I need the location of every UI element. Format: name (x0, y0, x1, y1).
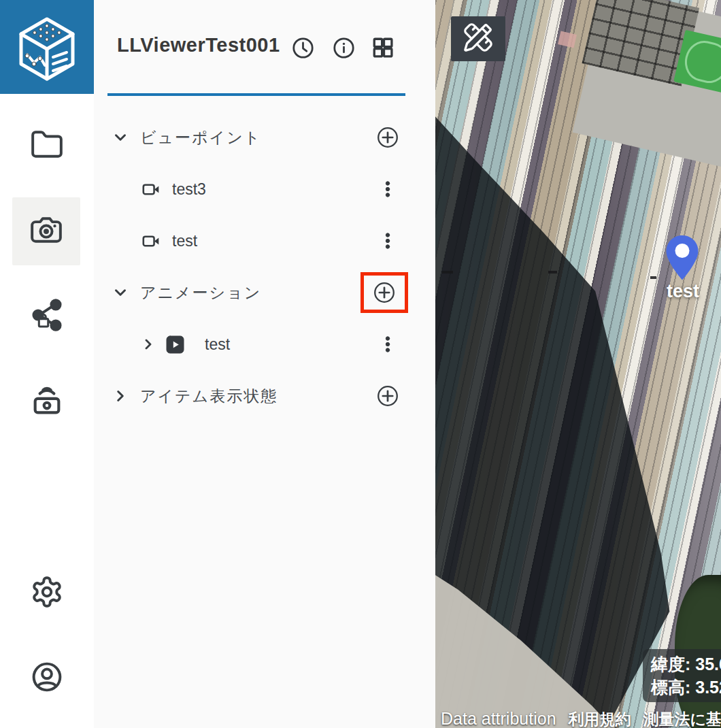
nav-item-settings[interactable] (0, 559, 94, 627)
clock-icon[interactable] (290, 35, 315, 60)
project-title: LLViewerTest001 (117, 34, 280, 56)
map-viewport[interactable]: test 緯度: 35.6 標高: 3.52 Data attribution … (435, 0, 721, 728)
live-camera-icon (29, 382, 65, 420)
scene-tree: ビューポイント test3 (94, 112, 435, 422)
map-pin-label: test (654, 281, 711, 302)
section-label: ビューポイント (140, 127, 261, 148)
pencil-ruler-icon (463, 22, 494, 56)
app-window: LLViewerTest001 (0, 0, 721, 728)
nav-item-share[interactable] (0, 282, 94, 350)
chevron-down-icon[interactable] (112, 284, 129, 301)
chevron-right-icon[interactable] (112, 387, 129, 405)
add-viewpoint-button[interactable] (374, 124, 401, 151)
section-label: アニメーション (140, 282, 261, 303)
info-icon[interactable] (331, 35, 356, 60)
nav-item-viewpoints[interactable] (12, 197, 80, 265)
tree-section-viewpoints[interactable]: ビューポイント (94, 112, 435, 163)
map-line-mark (548, 271, 557, 274)
play-icon (166, 335, 184, 354)
item-label: test (205, 335, 230, 354)
map-line-mark (442, 271, 453, 274)
add-animation-highlight-box (360, 272, 408, 313)
item-menu-button[interactable] (374, 176, 401, 203)
video-camera-icon (141, 180, 160, 199)
nav-item-account[interactable] (0, 644, 94, 712)
elevation-value: 標高: 3.52 (651, 676, 721, 699)
app-logo[interactable] (0, 0, 94, 94)
chevron-down-icon[interactable] (112, 129, 129, 146)
map-pin[interactable] (664, 234, 701, 282)
nav-item-folder[interactable] (0, 112, 94, 180)
tree-item-viewpoint-test3[interactable]: test3 (94, 163, 435, 215)
tree-section-item-display-state[interactable]: アイテム表示状態 (94, 370, 435, 422)
camera-icon (29, 213, 63, 250)
gear-icon (30, 575, 64, 612)
survey-law-link[interactable]: 測量法に基づく国 (643, 709, 721, 728)
folder-icon (30, 128, 64, 165)
add-item-display-button[interactable] (374, 382, 401, 410)
tree-item-viewpoint-test[interactable]: test (94, 215, 435, 267)
map-attribution: Data attribution 利用規約 測量法に基づく国 (441, 709, 721, 728)
video-camera-icon (141, 232, 160, 250)
chevron-right-icon[interactable] (140, 336, 156, 352)
title-underline (107, 93, 405, 96)
data-attribution-link[interactable]: Data attribution (441, 709, 556, 728)
item-menu-button[interactable] (374, 227, 401, 254)
project-panel: LLViewerTest001 (94, 0, 435, 728)
terms-link[interactable]: 利用規約 (569, 709, 631, 728)
share-lock-icon (29, 297, 65, 335)
item-label: test3 (172, 180, 206, 199)
measure-tool-button[interactable] (451, 16, 505, 61)
coordinates-overlay: 緯度: 35.6 標高: 3.52 (643, 649, 721, 702)
add-animation-button[interactable] (373, 281, 396, 304)
item-label: test (172, 232, 197, 250)
item-menu-button[interactable] (374, 331, 401, 358)
tree-item-animation-test[interactable]: test (94, 318, 435, 370)
nav-rail (0, 0, 94, 728)
map-line-mark (650, 276, 656, 279)
nav-item-live-camera[interactable] (0, 367, 94, 435)
section-label: アイテム表示状態 (140, 386, 278, 407)
latitude-value: 緯度: 35.6 (651, 652, 721, 676)
tree-section-animation[interactable]: アニメーション (94, 267, 435, 318)
apps-grid-icon[interactable] (371, 35, 395, 60)
user-circle-icon (30, 660, 64, 697)
